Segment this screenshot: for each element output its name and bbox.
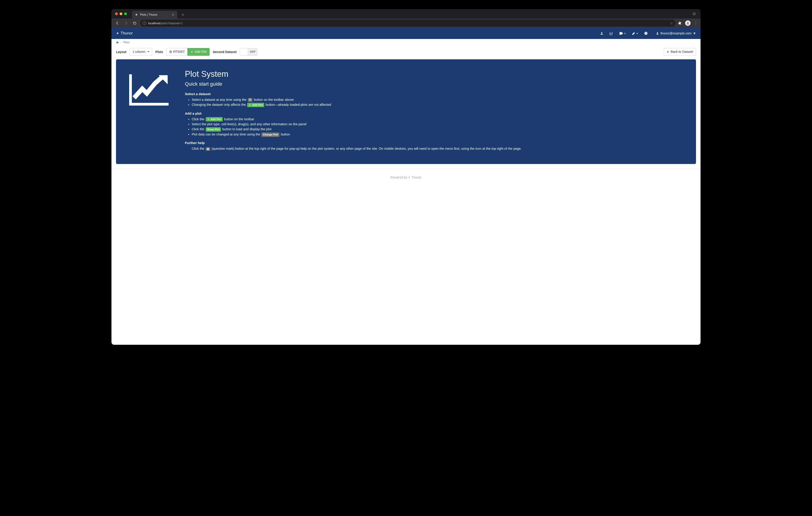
- layout-value: 1 column: [133, 50, 145, 54]
- site-info-icon[interactable]: i: [143, 21, 146, 25]
- chart-illustration-icon: [127, 69, 172, 108]
- svg-point-1: [687, 22, 688, 23]
- arrow-left-icon: [667, 51, 669, 53]
- help-badge-icon: ?: [206, 147, 210, 151]
- browser-menu-icon[interactable]: ⋮: [694, 21, 698, 26]
- guide-body: Plot System Quick start guide Select a d…: [185, 69, 522, 151]
- breadcrumb-home[interactable]: [116, 41, 119, 44]
- footer-powered-by: Powered by: [390, 176, 407, 179]
- app-navbar: Thunor ▼ ▼ ?: [112, 28, 700, 39]
- show-plot-badge: Show Plot: [206, 127, 221, 131]
- add-plot-button[interactable]: ＋ Add Plot: [187, 48, 209, 56]
- svg-text:?: ?: [207, 148, 208, 150]
- sect3-heading: Further help: [185, 141, 522, 145]
- toggle-state: OFF: [248, 49, 257, 55]
- change-plot-badge: Change Plot: [261, 132, 279, 137]
- layout-dropdown[interactable]: 1 column: [129, 48, 152, 56]
- add-plot-badge: ＋ Add Plot: [247, 103, 264, 107]
- page-viewport: Thunor ▼ ▼ ?: [112, 28, 700, 345]
- svg-text:?: ?: [645, 32, 647, 34]
- svg-point-5: [170, 51, 172, 52]
- bolt-icon: [116, 31, 119, 35]
- footer-bolt-icon: [408, 176, 411, 179]
- user-email: thunor@example.com: [661, 31, 692, 35]
- sect1-item2: Changing the dataset only affects the ＋ …: [192, 102, 522, 107]
- sect2-item4: Plot data can be changed at any time usi…: [192, 132, 522, 137]
- browser-tab[interactable]: Plots | Thunor ✕: [132, 11, 177, 19]
- forward-button[interactable]: [123, 20, 129, 26]
- browser-toolbar: i localhost/plots?dataset=1 ☆ ⋮: [112, 19, 700, 28]
- breadcrumb: › Plots: [112, 39, 700, 46]
- upload-icon[interactable]: [600, 31, 604, 35]
- database-icon: [169, 51, 172, 53]
- second-dataset-label: Second Dataset: [213, 50, 236, 54]
- help-icon[interactable]: ?: [644, 31, 648, 35]
- back-to-dataset-label: Back to Dataset: [671, 50, 693, 54]
- footer: Powered by Thunor: [112, 169, 700, 238]
- url-path: /plots?dataset=1: [160, 22, 183, 25]
- chart-icon[interactable]: [609, 31, 613, 35]
- second-dataset-toggle[interactable]: OFF: [240, 48, 257, 56]
- tab-title: Plots | Thunor: [140, 13, 170, 16]
- sect2-item1: Click the ＋ Add Plot button on the toolb…: [192, 117, 522, 122]
- user-icon: [656, 32, 659, 35]
- tab-favicon: [135, 13, 138, 17]
- guide-title: Plot System: [185, 69, 522, 79]
- plots-button-group: HTS007 ＋ Add Plot: [166, 48, 209, 56]
- plus-icon: ＋: [190, 50, 194, 54]
- plots-label: Plots: [155, 50, 163, 54]
- back-button[interactable]: [114, 20, 120, 26]
- bookmark-star-icon[interactable]: ☆: [670, 21, 673, 25]
- profile-avatar-icon[interactable]: [685, 20, 691, 26]
- sect2-item2: Select the plot type, cell line(s), drug…: [192, 122, 522, 127]
- layout-label: Layout: [116, 50, 126, 54]
- browser-tab-strip: Plots | Thunor ✕ ＋: [112, 9, 700, 19]
- window-controls: [115, 12, 127, 15]
- sect1-heading: Select a dataset: [185, 92, 522, 96]
- plot-toolbar: Layout 1 column Plots HTS007 ＋ Add Plot …: [112, 46, 700, 59]
- close-window-button[interactable]: [115, 12, 118, 15]
- guide-subtitle: Quick start guide: [185, 81, 522, 87]
- home-icon: [116, 41, 119, 44]
- footer-brand: Thunor: [411, 176, 422, 179]
- new-tab-button[interactable]: ＋: [179, 11, 186, 18]
- back-to-dataset-button[interactable]: Back to Dataset: [664, 48, 696, 56]
- brand[interactable]: Thunor: [116, 31, 133, 36]
- address-bar[interactable]: i localhost/plots?dataset=1 ☆: [140, 20, 676, 27]
- tab-close-button[interactable]: ✕: [172, 13, 174, 16]
- svg-point-4: [657, 32, 658, 33]
- svg-point-6: [250, 99, 251, 100]
- navbar-right: ▼ ▼ ? thunor@example.com ▼: [600, 31, 696, 35]
- dataset-name: HTS007: [173, 50, 185, 54]
- edit-dropdown-icon[interactable]: ▼: [632, 31, 638, 35]
- user-menu[interactable]: thunor@example.com ▼: [656, 31, 696, 35]
- sect1-item1: Select a dataset at any time using the b…: [192, 97, 522, 102]
- tab-strip-overflow-icon[interactable]: [692, 12, 698, 16]
- breadcrumb-current: Plots: [123, 41, 129, 44]
- maximize-window-button[interactable]: [124, 12, 127, 15]
- quick-start-panel: Plot System Quick start guide Select a d…: [116, 59, 696, 164]
- browser-window: Plots | Thunor ✕ ＋ i localhost/plots?dat…: [112, 9, 700, 345]
- extensions-icon[interactable]: [678, 21, 682, 25]
- sect2-item3: Click the Show Plot button to load and d…: [192, 127, 522, 131]
- add-plot-label: Add Plot: [195, 50, 207, 54]
- brand-label: Thunor: [120, 31, 133, 36]
- breadcrumb-separator: ›: [120, 41, 121, 44]
- toggle-handle: [240, 49, 248, 55]
- database-badge-icon: [248, 98, 252, 102]
- tags-dropdown-icon[interactable]: ▼: [619, 31, 626, 35]
- minimize-window-button[interactable]: [120, 12, 122, 15]
- reload-button[interactable]: [132, 20, 138, 26]
- caret-down-icon: [147, 51, 149, 52]
- chevron-down-icon: ▼: [693, 31, 696, 35]
- add-plot-badge-2: ＋ Add Plot: [206, 117, 223, 121]
- sect2-heading: Add a plot: [185, 112, 522, 115]
- dataset-button[interactable]: HTS007: [166, 48, 187, 56]
- sect3-paragraph: Click the ? (question mark) button at th…: [192, 146, 522, 151]
- url-host: localhost: [148, 22, 160, 25]
